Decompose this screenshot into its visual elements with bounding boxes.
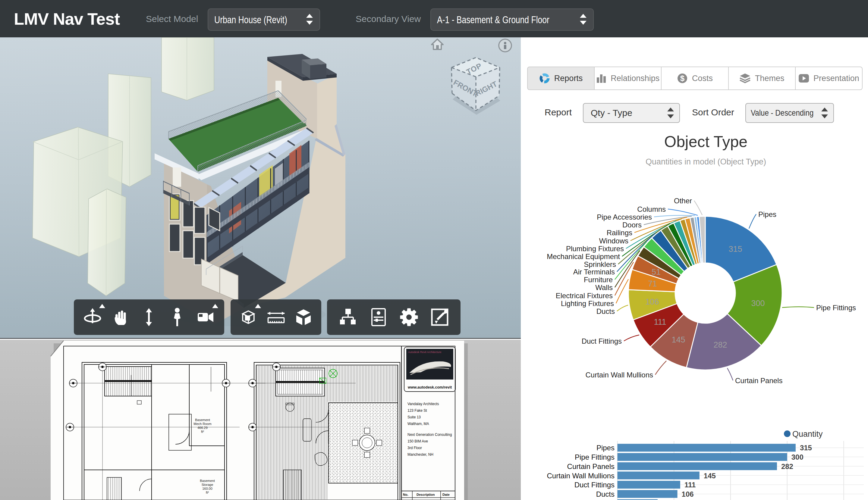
svg-text:Pipes: Pipes [758,210,776,218]
svg-text:Mechanical Equipment: Mechanical Equipment [547,252,620,261]
svg-text:Sprinklers: Sprinklers [584,260,616,269]
svg-text:Manchester, NH: Manchester, NH [408,452,433,457]
svg-text:No.: No. [403,493,408,496]
svg-text:Doors: Doors [622,221,642,229]
svg-text:123 Fake St: 123 Fake St [408,408,427,413]
svg-text:www.autodesk.com/revit: www.autodesk.com/revit [408,385,452,389]
svg-text:Electrical Fixtures: Electrical Fixtures [556,292,613,300]
svg-text:300: 300 [751,299,765,308]
svg-text:Autodesk Revit Architecture: Autodesk Revit Architecture [408,351,442,354]
svg-text:3rd Floor: 3rd Floor [408,446,422,450]
svg-text:111: 111 [654,317,666,327]
svg-text:Mech Room: Mech Room [193,422,211,425]
svg-text:145: 145 [704,472,716,480]
svg-text:Description: Description [416,493,435,496]
svg-text:Pipes: Pipes [597,444,614,452]
svg-text:Date: Date [443,493,450,496]
svg-text:160.00: 160.00 [202,487,212,490]
svg-text:51: 51 [652,268,661,276]
svg-text:111: 111 [685,481,695,489]
svg-text:106: 106 [645,297,659,306]
svg-text:106: 106 [682,490,694,498]
svg-text:Windows: Windows [599,237,628,245]
svg-text:282: 282 [713,340,727,349]
svg-text:Quantity: Quantity [792,430,823,439]
svg-text:Curtain Wall Mullions: Curtain Wall Mullions [585,371,653,379]
svg-text:Other: Other [674,197,692,205]
svg-text:Storage: Storage [202,483,213,487]
svg-text:Furniture: Furniture [584,276,613,284]
svg-text:Columns: Columns [637,205,666,213]
svg-text:Pipe Fittings: Pipe Fittings [816,304,856,312]
svg-text:145: 145 [671,335,685,344]
svg-text:Railings: Railings [607,229,632,237]
svg-text:282: 282 [781,462,793,470]
svg-text:Lighting Fixtures: Lighting Fixtures [561,299,614,308]
svg-text:Air Terminals: Air Terminals [573,268,615,276]
svg-text:Next Generation Consulting: Next Generation Consulting [408,433,452,437]
svg-text:Basement: Basement [200,479,215,482]
svg-text:Curtain Panels: Curtain Panels [567,462,614,470]
svg-text:Walls: Walls [595,283,613,292]
svg-text:Waltham, MA: Waltham, MA [408,422,429,426]
svg-text:300: 300 [791,453,803,461]
svg-text:315: 315 [728,245,742,254]
svg-text:$: $ [680,74,685,83]
svg-text:Duct Fittings: Duct Fittings [582,337,622,345]
svg-text:ft²: ft² [201,430,204,433]
svg-text:150 BIM Ave: 150 BIM Ave [408,439,428,443]
svg-text:ft²: ft² [206,491,209,494]
svg-text:Pipe Fittings: Pipe Fittings [575,453,614,461]
svg-text:Ducts: Ducts [596,490,614,498]
svg-text:315: 315 [800,444,812,452]
svg-text:Duct Fittings: Duct Fittings [575,481,614,489]
svg-text:Plumbing Fixtures: Plumbing Fixtures [566,245,624,253]
svg-text:Curtain Panels: Curtain Panels [735,376,782,385]
svg-text:Curtain Wall Mullions: Curtain Wall Mullions [547,472,614,480]
svg-text:Vandalay Architects: Vandalay Architects [408,402,439,406]
svg-text:Pipe Accessories: Pipe Accessories [597,213,652,221]
svg-text:71: 71 [648,279,657,288]
svg-text:Suite 13: Suite 13 [408,415,421,419]
svg-text:466.29: 466.29 [197,426,208,430]
svg-text:Basement: Basement [195,418,210,422]
svg-text:Ducts: Ducts [597,307,615,315]
